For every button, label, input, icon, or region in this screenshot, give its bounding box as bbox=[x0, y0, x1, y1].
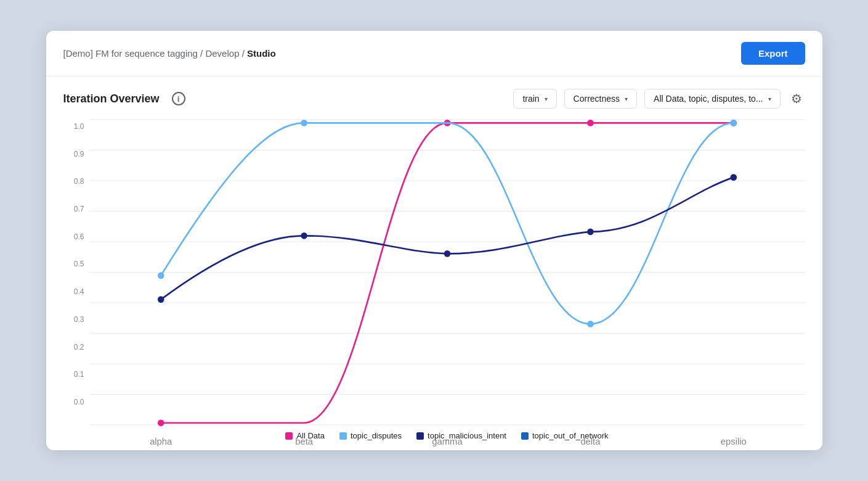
main-card: [Demo] FM for sequence tagging / Develop… bbox=[46, 31, 822, 450]
svg-point-13 bbox=[587, 120, 594, 126]
breadcrumb: [Demo] FM for sequence tagging / Develop… bbox=[63, 48, 276, 59]
y-axis: 1.0 0.9 0.8 0.7 0.6 0.5 0.4 0.3 0.2 0.1 … bbox=[63, 120, 89, 425]
svg-point-15 bbox=[157, 273, 164, 279]
breadcrumb-prefix: [Demo] FM for sequence tagging / Develop… bbox=[63, 48, 245, 59]
chevron-down-icon: ▾ bbox=[625, 96, 628, 102]
y-label-04: 0.4 bbox=[74, 287, 89, 296]
chart-svg: alpha beta gamma delta epsilio bbox=[89, 120, 805, 425]
y-label-05: 0.5 bbox=[74, 260, 89, 268]
chart-title: Iteration Overview bbox=[63, 92, 160, 105]
svg-text:delta: delta bbox=[580, 436, 601, 446]
legend-dot-all-data bbox=[285, 432, 293, 440]
filter-label: All Data, topic, disputes, to... bbox=[654, 94, 763, 104]
chevron-down-icon: ▾ bbox=[545, 96, 548, 102]
y-label-01: 0.1 bbox=[74, 370, 89, 379]
settings-icon[interactable]: ⚙ bbox=[788, 90, 805, 107]
y-label-00: 0.0 bbox=[74, 398, 89, 406]
y-label-09: 0.9 bbox=[74, 150, 89, 158]
breadcrumb-studio: Studio bbox=[247, 48, 276, 59]
svg-point-18 bbox=[730, 120, 737, 126]
svg-point-21 bbox=[444, 250, 450, 257]
chart-plot: alpha beta gamma delta epsilio bbox=[89, 120, 805, 425]
info-icon[interactable]: i bbox=[172, 92, 185, 105]
correctness-dropdown[interactable]: Correctness ▾ bbox=[564, 89, 637, 109]
header: [Demo] FM for sequence tagging / Develop… bbox=[46, 31, 822, 76]
legend-dot-malicious bbox=[416, 432, 424, 440]
y-label-08: 0.8 bbox=[74, 177, 89, 186]
chevron-down-icon: ▾ bbox=[768, 96, 771, 102]
correctness-label: Correctness bbox=[574, 94, 620, 104]
svg-point-16 bbox=[301, 120, 307, 126]
svg-point-19 bbox=[157, 296, 164, 303]
toolbar: Iteration Overview i train ▾ Correctness… bbox=[63, 89, 805, 109]
y-label-03: 0.3 bbox=[74, 315, 89, 324]
svg-point-22 bbox=[587, 228, 594, 235]
svg-point-23 bbox=[730, 174, 737, 181]
svg-text:epsilio: epsilio bbox=[720, 436, 746, 446]
legend-dot-disputes bbox=[339, 432, 347, 440]
train-label: train bbox=[522, 94, 539, 104]
y-label-06: 0.6 bbox=[74, 232, 89, 241]
export-button[interactable]: Export bbox=[741, 42, 805, 65]
svg-text:gamma: gamma bbox=[432, 436, 463, 446]
legend-label-disputes: topic_disputes bbox=[351, 431, 402, 440]
svg-text:alpha: alpha bbox=[150, 436, 172, 446]
content-area: Iteration Overview i train ▾ Correctness… bbox=[46, 76, 822, 450]
svg-point-20 bbox=[301, 232, 307, 239]
svg-point-11 bbox=[157, 419, 164, 426]
y-label-02: 0.2 bbox=[74, 343, 89, 352]
legend-dot-out-of-network bbox=[521, 432, 529, 440]
svg-point-17 bbox=[587, 321, 594, 327]
legend-topic-disputes: topic_disputes bbox=[339, 431, 402, 440]
y-label-10: 1.0 bbox=[74, 122, 89, 131]
svg-text:beta: beta bbox=[295, 436, 313, 446]
train-dropdown[interactable]: train ▾ bbox=[513, 89, 556, 109]
chart-area: 1.0 0.9 0.8 0.7 0.6 0.5 0.4 0.3 0.2 0.1 … bbox=[63, 120, 805, 425]
filter-dropdown[interactable]: All Data, topic, disputes, to... ▾ bbox=[644, 89, 780, 109]
y-label-07: 0.7 bbox=[74, 205, 89, 213]
